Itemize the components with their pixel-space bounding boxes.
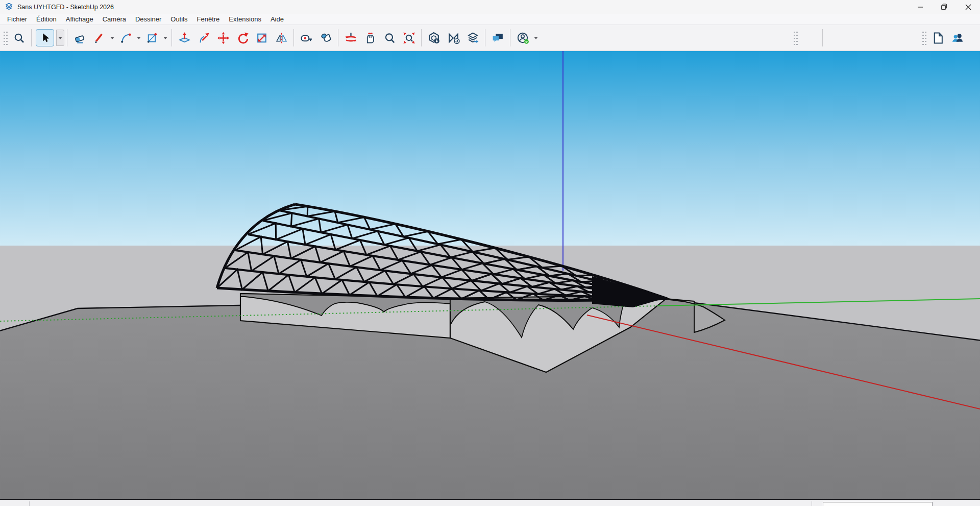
arc-tool-dropdown[interactable] xyxy=(135,30,142,45)
chevron-down-icon xyxy=(163,37,167,39)
toolbar-right-dock xyxy=(791,25,980,51)
menu-fenetre[interactable]: Fenêtre xyxy=(192,15,225,23)
toolbar-separator xyxy=(510,29,510,46)
follow-me-icon xyxy=(198,32,210,44)
menu-bar: Fichier Édition Affichage Caméra Dessine… xyxy=(0,14,980,25)
arc-tool-button[interactable] xyxy=(117,30,134,46)
select-cursor-icon xyxy=(39,32,52,44)
zoom-icon xyxy=(383,32,396,44)
toolbar-separator xyxy=(31,29,32,46)
zoom-button[interactable] xyxy=(381,30,398,46)
pencil-icon xyxy=(93,32,106,44)
scene-canvas xyxy=(0,51,980,500)
minimize-icon xyxy=(917,4,923,10)
select-tool-dropdown[interactable] xyxy=(56,30,64,46)
pan-button[interactable] xyxy=(362,30,378,46)
collaboration-button[interactable] xyxy=(949,30,965,46)
sky xyxy=(0,51,980,246)
status-separator xyxy=(812,501,812,506)
restore-button[interactable] xyxy=(932,0,956,14)
scale-icon xyxy=(256,32,268,44)
toolbar-separator xyxy=(338,29,338,46)
pan-hand-icon xyxy=(364,32,377,44)
restore-icon xyxy=(941,4,947,10)
move-icon xyxy=(217,32,230,44)
menu-camera[interactable]: Caméra xyxy=(98,15,131,23)
account-dropdown[interactable] xyxy=(532,30,540,45)
close-button[interactable] xyxy=(956,0,980,14)
orbit-icon xyxy=(345,32,357,44)
paint-bucket-icon xyxy=(320,32,332,44)
search-button[interactable] xyxy=(11,30,27,46)
chevron-down-icon xyxy=(110,37,114,39)
zoom-extents-button[interactable] xyxy=(401,30,417,46)
menu-dessiner[interactable]: Dessiner xyxy=(131,15,166,23)
toolbar-separator xyxy=(822,29,823,46)
layers-export-icon xyxy=(467,32,479,44)
select-tool-button[interactable] xyxy=(36,29,54,46)
sketchup-logo-icon xyxy=(5,3,13,11)
eraser-icon xyxy=(74,32,86,44)
measurements-input[interactable] xyxy=(823,502,933,506)
rotate-button[interactable] xyxy=(234,30,251,46)
status-bar xyxy=(0,500,980,506)
chevron-down-icon xyxy=(137,37,141,39)
window-controls xyxy=(908,0,980,14)
tape-measure-button[interactable] xyxy=(298,30,314,46)
toolbar-grip[interactable] xyxy=(3,30,8,46)
move-button[interactable] xyxy=(215,30,231,46)
toolbar-grip[interactable] xyxy=(793,30,798,46)
toolbar xyxy=(0,25,980,51)
paint-bucket-button[interactable] xyxy=(317,30,334,46)
push-pull-icon xyxy=(178,32,191,44)
chevron-down-icon xyxy=(534,37,538,39)
3d-warehouse-icon xyxy=(428,32,440,44)
window-title: Sans UYHTGFD - SketchUp 2026 xyxy=(17,4,114,11)
flip-icon xyxy=(275,32,288,44)
line-tool-button[interactable] xyxy=(91,30,107,46)
account-button[interactable] xyxy=(514,30,531,46)
line-tool-dropdown[interactable] xyxy=(109,30,116,45)
arc-icon xyxy=(119,32,132,44)
menu-aide[interactable]: Aide xyxy=(266,15,288,23)
shape-tool-button[interactable] xyxy=(144,30,160,46)
extension-warehouse-button[interactable] xyxy=(445,30,461,46)
menu-affichage[interactable]: Affichage xyxy=(61,15,98,23)
toolbar-separator xyxy=(67,29,67,46)
status-separator xyxy=(29,501,30,506)
toolbar-separator xyxy=(485,29,485,46)
menu-fichier[interactable]: Fichier xyxy=(3,15,32,23)
toolbar-grip[interactable] xyxy=(921,30,926,46)
chat-bubbles-icon xyxy=(492,32,504,44)
orbit-button[interactable] xyxy=(342,30,359,46)
account-icon xyxy=(517,32,529,44)
rotate-icon xyxy=(236,32,249,44)
tape-measure-icon xyxy=(300,32,313,44)
menu-outils[interactable]: Outils xyxy=(166,15,192,23)
title-bar: Sans UYHTGFD - SketchUp 2026 xyxy=(0,0,980,14)
eraser-tool-button[interactable] xyxy=(71,30,88,46)
scale-button[interactable] xyxy=(254,30,270,46)
close-icon xyxy=(965,4,971,10)
rectangle-icon xyxy=(146,32,159,44)
search-icon xyxy=(13,32,26,44)
model-viewport[interactable] xyxy=(0,51,980,500)
document-icon xyxy=(932,32,944,44)
minimize-button[interactable] xyxy=(908,0,932,14)
send-to-layout-button[interactable] xyxy=(464,30,481,46)
follow-me-button[interactable] xyxy=(195,30,212,46)
feedback-button[interactable] xyxy=(489,30,506,46)
new-document-button[interactable] xyxy=(929,30,946,46)
toolbar-separator xyxy=(421,29,422,46)
toolbar-separator xyxy=(172,29,172,46)
push-pull-button[interactable] xyxy=(176,30,192,46)
people-icon xyxy=(951,32,964,44)
menu-extensions[interactable]: Extensions xyxy=(224,15,266,23)
shape-tool-dropdown[interactable] xyxy=(162,30,169,45)
menu-edition[interactable]: Édition xyxy=(32,15,61,23)
3d-warehouse-button[interactable] xyxy=(426,30,442,46)
extension-warehouse-icon xyxy=(447,32,460,44)
zoom-extents-icon xyxy=(403,32,415,44)
chevron-down-icon xyxy=(58,37,62,39)
flip-button[interactable] xyxy=(273,30,289,46)
